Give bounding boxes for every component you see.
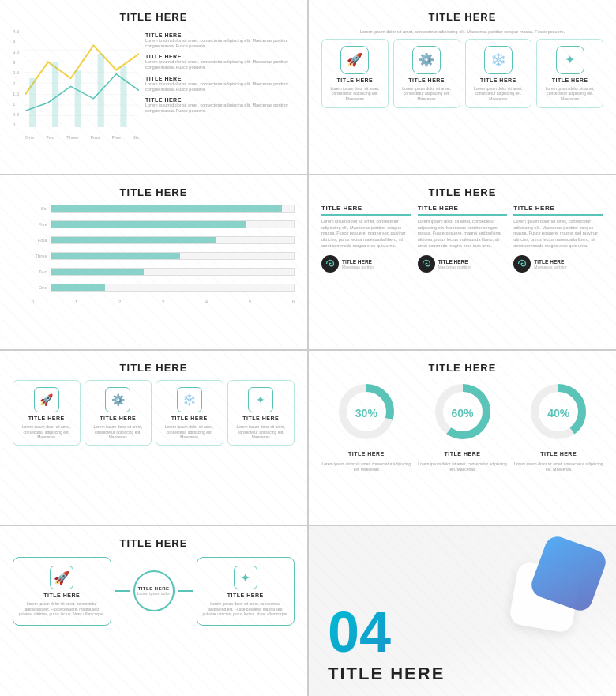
slide-7: TITLE HERE 🚀 TITLE HERE Lorem ipsum dolo… bbox=[0, 526, 307, 696]
slide3-title: TITLE HERE bbox=[13, 186, 295, 198]
slide-6: TITLE HERE 30% TITLE HERE Lorem ipsum do… bbox=[309, 351, 616, 525]
box-title-2: TITLE HERE bbox=[100, 416, 136, 421]
box-icon-4: ✦ bbox=[248, 387, 273, 412]
flow-title-2: TITLE HERE bbox=[227, 593, 264, 598]
card-title-1: TITLE HERE bbox=[336, 77, 373, 83]
col3-avatar-sub: Maecenas porttitor bbox=[534, 265, 566, 269]
legend-item-3: TITLE HERE Lorem ipsum dolor sit amet, c… bbox=[145, 76, 295, 92]
svg-rect-10 bbox=[75, 70, 81, 127]
legend-text-4: Lorem ipsum dolor sit amet, consectetur … bbox=[145, 103, 295, 114]
col2-avatar-name: TITLE HERE bbox=[438, 259, 471, 265]
box-text-2: Lorem ipsum dolor sit amet, consectetur … bbox=[88, 424, 148, 440]
donut-title-3: TITLE HERE bbox=[540, 451, 577, 457]
flow-title-1: TITLE HERE bbox=[43, 593, 80, 598]
hbar-label-3: Three bbox=[32, 254, 47, 258]
y-axis-labels: 4.543.532.521.510.50 bbox=[13, 29, 24, 127]
donut-item-1: 30% TITLE HERE Lorem ipsum dolor sit ame… bbox=[321, 380, 411, 472]
col3-avatar-row: TITLE HERE Maecenas porttitor bbox=[513, 255, 603, 273]
hbar-fill-3 bbox=[51, 253, 180, 259]
flow-text-2: Lorem ipsum dolor sit amet, consectetur … bbox=[202, 601, 290, 617]
col3-avatar-text: TITLE HERE Maecenas porttitor bbox=[534, 259, 566, 269]
slide2-intro: Lorem ipsum dolor sit amet, consectetur … bbox=[321, 29, 603, 36]
slide1-chart-area: 4.543.532.521.510.50 bbox=[13, 29, 295, 140]
flow-connector-2 bbox=[178, 590, 193, 592]
col2-avatar-sub: Maecenas porttitor bbox=[438, 265, 471, 269]
donut-title-1: TITLE HERE bbox=[348, 451, 385, 457]
box-card-4: ✦ TITLE HERE Lorem ipsum dolor sit amet,… bbox=[227, 380, 295, 446]
icon-rocket-1: 🚀 bbox=[340, 46, 369, 74]
hbar-label-6: Six bbox=[32, 206, 47, 211]
hbar-row-4: Four bbox=[32, 236, 295, 244]
slide7-title: TITLE HERE bbox=[13, 537, 295, 549]
icon-card-2: ⚙️ TITLE HERE Lorem ipsum dolor sit amet… bbox=[393, 39, 460, 109]
hbar-row-6: Six bbox=[32, 205, 295, 213]
legend-text-2: Lorem ipsum dolor sit amet, consectetur … bbox=[145, 59, 295, 70]
col-block-3: TITLE HERE Lorem ipsum dolor sit amet, c… bbox=[513, 205, 603, 273]
donut-item-3: 40% TITLE HERE Lorem ipsum dolor sit ame… bbox=[513, 380, 603, 472]
avatar-1 bbox=[321, 255, 339, 273]
box-title-3: TITLE HERE bbox=[171, 416, 208, 421]
flow-center-circle: TITLE HERE Lorem ipsum dolor bbox=[133, 570, 175, 611]
slide-2: TITLE HERE Lorem ipsum dolor sit amet, c… bbox=[309, 0, 616, 174]
donut-percent-2: 60% bbox=[451, 407, 473, 419]
box-text-3: Lorem ipsum dolor sit amet, consectetur … bbox=[160, 424, 220, 440]
col1-avatar-text: TITLE HERE Maecenas porttitor bbox=[342, 259, 374, 269]
icon-card-3: ❄️ TITLE HERE Lorem ipsum dolor sit amet… bbox=[465, 39, 532, 109]
hbar-track-3 bbox=[51, 252, 295, 260]
box-icon-3: ❄️ bbox=[177, 387, 202, 412]
svg-rect-8 bbox=[29, 78, 36, 127]
donut-text-3: Lorem ipsum dolor sit amet, consectetur … bbox=[513, 461, 603, 472]
flow-box-1: 🚀 TITLE HERE Lorem ipsum dolor sit amet,… bbox=[13, 557, 111, 626]
donut-text-1: Lorem ipsum dolor sit amet, consectetur … bbox=[321, 461, 411, 472]
donut-percent-3: 40% bbox=[547, 407, 569, 419]
slide-3: TITLE HERE Six Five Four Three Two bbox=[0, 175, 307, 349]
legend-title-3: TITLE HERE bbox=[145, 76, 295, 81]
card-text-1: Lorem ipsum dolor sit amet, consectetur … bbox=[325, 86, 385, 102]
col3-title: TITLE HERE bbox=[513, 205, 603, 216]
slide5-cards: 🚀 TITLE HERE Lorem ipsum dolor sit amet,… bbox=[13, 380, 295, 446]
hbar-row-2: Two bbox=[32, 268, 295, 276]
col-block-2: TITLE HERE Lorem ipsum dolor sit amet, c… bbox=[418, 205, 508, 273]
box-icon-2: ⚙️ bbox=[105, 387, 130, 412]
hbar-track-4 bbox=[51, 236, 295, 244]
slide2-cards: 🚀 TITLE HERE Lorem ipsum dolor sit amet,… bbox=[321, 39, 603, 109]
flow-icon-1: 🚀 bbox=[50, 566, 73, 589]
box-card-1: 🚀 TITLE HERE Lorem ipsum dolor sit amet,… bbox=[13, 380, 81, 446]
col2-title: TITLE HERE bbox=[418, 205, 508, 216]
hbar-chart: Six Five Four Three Two One bbox=[13, 205, 295, 292]
hbar-fill-1 bbox=[51, 284, 105, 291]
icon-snowflake-1: ❄️ bbox=[484, 46, 513, 74]
line-chart: 4.543.532.521.510.50 bbox=[13, 29, 139, 140]
col3-text: Lorem ipsum dolor sit amet, consectetur … bbox=[513, 219, 603, 249]
col1-avatar-sub: Maecenas porttitor bbox=[342, 265, 374, 269]
donuts-row: 30% TITLE HERE Lorem ipsum dolor sit ame… bbox=[321, 380, 603, 472]
card-text-2: Lorem ipsum dolor sit amet, consectetur … bbox=[397, 86, 456, 102]
donut-percent-1: 30% bbox=[355, 407, 377, 419]
col1-avatar-name: TITLE HERE bbox=[342, 259, 374, 265]
slide1-title: TITLE HERE bbox=[13, 11, 295, 23]
box-card-2: ⚙️ TITLE HERE Lorem ipsum dolor sit amet… bbox=[85, 380, 152, 446]
legend-text-3: Lorem ipsum dolor sit amet, consectetur … bbox=[145, 81, 295, 92]
slide2-title: TITLE HERE bbox=[321, 11, 603, 23]
col2-avatar-row: TITLE HERE Maecenas porttitor bbox=[418, 255, 508, 273]
col1-text: Lorem ipsum dolor sit amet, consectetur … bbox=[321, 219, 411, 249]
svg-rect-11 bbox=[98, 54, 104, 127]
card-title-2: TITLE HERE bbox=[408, 77, 445, 83]
flow-text-1: Lorem ipsum dolor sit amet, consectetur … bbox=[18, 601, 106, 617]
hbar-label-4: Four bbox=[32, 238, 47, 243]
flow-box-2: ✦ TITLE HERE Lorem ipsum dolor sit amet,… bbox=[197, 557, 295, 626]
card-title-4: TITLE HERE bbox=[552, 77, 588, 83]
flow-connector-1 bbox=[115, 590, 130, 592]
donut-svg-1: 30% bbox=[335, 380, 398, 446]
slide-1: TITLE HERE 4.543.532.521.510.50 bbox=[0, 0, 307, 174]
donut-svg-2: 60% bbox=[431, 380, 494, 446]
chart-inner bbox=[25, 29, 139, 127]
legend-item-2: TITLE HERE Lorem ipsum dolor sit amet, c… bbox=[145, 54, 295, 70]
slide8-title: TITLE HERE bbox=[328, 664, 597, 684]
hbar-fill-4 bbox=[51, 237, 216, 243]
legend-text-1: Lorem ipsum dolor sit amet, consectetur … bbox=[145, 38, 295, 49]
col1-title: TITLE HERE bbox=[321, 205, 411, 216]
three-cols: TITLE HERE Lorem ipsum dolor sit amet, c… bbox=[321, 205, 603, 273]
donut-title-2: TITLE HERE bbox=[445, 451, 481, 457]
donut-text-2: Lorem ipsum dolor sit amet, consectetur … bbox=[418, 461, 508, 472]
